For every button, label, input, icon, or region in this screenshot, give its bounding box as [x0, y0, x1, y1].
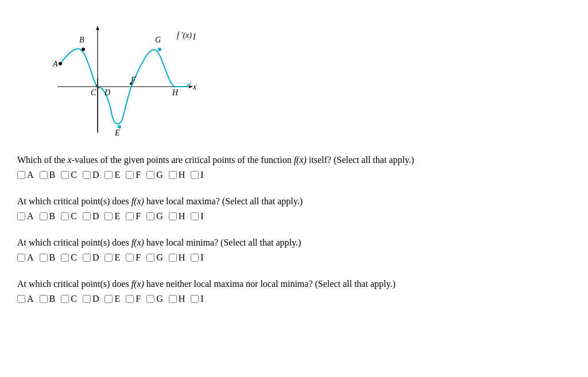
checkbox-item-3-B[interactable]: B [40, 252, 56, 263]
checkbox-label-3-D: D [92, 252, 99, 263]
checkbox-label-1-D: D [92, 170, 99, 180]
checkbox-item-4-C[interactable]: C [61, 294, 77, 304]
checkbox-2-A[interactable] [17, 212, 25, 220]
question-text-4: At which critical point(s) does f(x) hav… [17, 279, 571, 289]
checkbox-item-2-F[interactable]: F [126, 211, 141, 221]
checkbox-label-4-C: C [71, 294, 77, 304]
checkbox-item-1-E[interactable]: E [105, 170, 120, 180]
checkbox-item-4-H[interactable]: H [169, 294, 185, 304]
checkbox-item-4-B[interactable]: B [40, 294, 56, 304]
checkbox-label-3-H: H [179, 252, 185, 263]
checkbox-3-I[interactable] [191, 254, 199, 262]
checkbox-4-F[interactable] [126, 295, 134, 303]
checkbox-item-2-I[interactable]: I [191, 211, 203, 221]
checkbox-item-1-D[interactable]: D [83, 170, 99, 180]
label-A: A [52, 60, 58, 68]
checkbox-label-1-H: H [179, 170, 185, 180]
question-block-2: At which critical point(s) does f(x) hav… [17, 196, 571, 221]
checkbox-item-3-A[interactable]: A [17, 252, 34, 263]
checkbox-item-1-G[interactable]: G [146, 170, 163, 180]
checkbox-item-3-G[interactable]: G [146, 252, 163, 263]
checkbox-3-F[interactable] [126, 254, 134, 262]
svg-marker-3 [96, 26, 99, 30]
checkbox-item-2-A[interactable]: A [17, 211, 34, 221]
checkbox-item-4-G[interactable]: G [146, 294, 163, 304]
checkbox-item-2-G[interactable]: G [146, 211, 163, 221]
checkbox-item-3-I[interactable]: I [191, 252, 203, 263]
checkbox-3-G[interactable] [146, 254, 154, 262]
checkbox-item-3-D[interactable]: D [83, 252, 99, 263]
checkbox-label-2-B: B [49, 211, 56, 221]
checkbox-3-E[interactable] [105, 254, 113, 262]
checkbox-item-1-A[interactable]: A [17, 170, 34, 180]
checkbox-label-4-H: H [179, 294, 185, 304]
label-E: E [114, 129, 120, 137]
checkbox-2-F[interactable] [126, 212, 134, 220]
checkbox-1-E[interactable] [105, 171, 113, 179]
checkbox-item-4-E[interactable]: E [105, 294, 120, 304]
checkbox-1-G[interactable] [146, 171, 154, 179]
checkbox-label-2-E: E [114, 211, 120, 221]
checkbox-4-A[interactable] [17, 295, 25, 303]
checkbox-3-B[interactable] [40, 254, 48, 262]
checkbox-label-2-I: I [200, 211, 203, 221]
checkbox-item-3-E[interactable]: E [105, 252, 120, 263]
checkbox-4-C[interactable] [61, 295, 69, 303]
checkbox-item-1-B[interactable]: B [40, 170, 56, 180]
label-fprime: f ′(x) [177, 31, 192, 40]
checkbox-item-2-E[interactable]: E [105, 211, 120, 221]
checkbox-1-H[interactable] [169, 171, 177, 179]
checkbox-label-1-F: F [136, 170, 141, 180]
checkbox-label-2-G: G [156, 211, 163, 221]
label-G: G [155, 36, 161, 44]
checkbox-item-2-H[interactable]: H [169, 211, 185, 221]
checkbox-3-D[interactable] [83, 254, 91, 262]
checkbox-item-1-H[interactable]: H [169, 170, 185, 180]
checkbox-item-1-C[interactable]: C [61, 170, 77, 180]
checkbox-3-H[interactable] [169, 254, 177, 262]
checkbox-row-1: ABCDEFGHI [17, 170, 571, 180]
checkbox-4-I[interactable] [191, 295, 199, 303]
checkbox-3-C[interactable] [61, 254, 69, 262]
checkbox-4-E[interactable] [105, 295, 113, 303]
checkbox-item-3-F[interactable]: F [126, 252, 141, 263]
checkbox-3-A[interactable] [17, 254, 25, 262]
checkbox-item-1-I[interactable]: I [191, 170, 203, 180]
checkbox-1-F[interactable] [126, 171, 134, 179]
checkbox-2-B[interactable] [40, 212, 48, 220]
checkbox-item-1-F[interactable]: F [126, 170, 141, 180]
checkbox-1-C[interactable] [61, 171, 69, 179]
checkbox-item-4-F[interactable]: F [126, 294, 141, 304]
checkbox-1-D[interactable] [83, 171, 91, 179]
checkbox-2-D[interactable] [83, 212, 91, 220]
svg-point-4 [59, 62, 62, 65]
checkbox-1-I[interactable] [191, 171, 199, 179]
checkbox-2-C[interactable] [61, 212, 69, 220]
checkbox-item-3-H[interactable]: H [169, 252, 185, 263]
checkbox-4-G[interactable] [146, 295, 154, 303]
checkbox-item-2-C[interactable]: C [61, 211, 77, 221]
checkbox-item-4-A[interactable]: A [17, 294, 34, 304]
checkbox-item-4-D[interactable]: D [83, 294, 99, 304]
checkbox-label-3-E: E [114, 252, 120, 263]
checkbox-label-3-I: I [200, 252, 203, 263]
checkbox-item-2-D[interactable]: D [83, 211, 99, 221]
checkbox-item-2-B[interactable]: B [40, 211, 56, 221]
checkbox-4-H[interactable] [169, 295, 177, 303]
checkbox-2-G[interactable] [146, 212, 154, 220]
label-C: C [91, 88, 96, 97]
checkbox-label-4-E: E [114, 294, 120, 304]
checkbox-item-4-I[interactable]: I [191, 294, 203, 304]
question-block-1: Which of the x-values of the given point… [17, 155, 571, 180]
checkbox-2-H[interactable] [169, 212, 177, 220]
checkbox-2-I[interactable] [191, 212, 199, 220]
checkbox-1-A[interactable] [17, 171, 25, 179]
checkbox-1-B[interactable] [40, 171, 48, 179]
checkbox-item-3-C[interactable]: C [61, 252, 77, 263]
checkbox-2-E[interactable] [105, 212, 113, 220]
checkbox-4-B[interactable] [40, 295, 48, 303]
checkbox-row-2: ABCDEFGHI [17, 211, 571, 221]
question-block-4: At which critical point(s) does f(x) hav… [17, 279, 571, 304]
checkbox-4-D[interactable] [83, 295, 91, 303]
x-axis-label: x [192, 83, 197, 91]
